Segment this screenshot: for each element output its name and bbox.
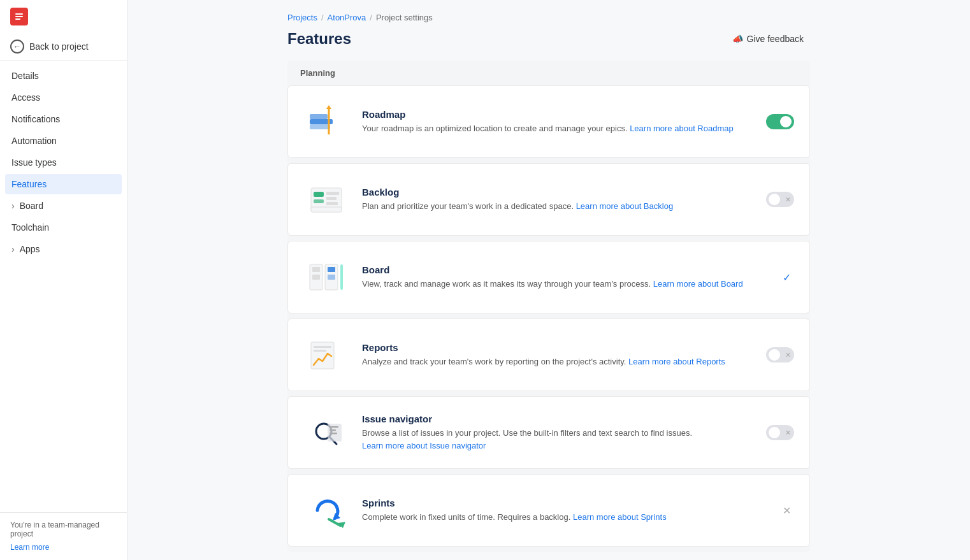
sidebar-item-access[interactable]: Access bbox=[5, 87, 122, 108]
sidebar-nav: Details Access Notifications Automation … bbox=[0, 66, 127, 512]
feature-card-roadmap: Roadmap Your roadmap is an optimized loc… bbox=[287, 85, 810, 158]
sidebar-item-automation-label: Automation bbox=[11, 136, 57, 146]
roadmap-toggle[interactable]: ✓ bbox=[766, 114, 794, 129]
issue-navigator-toggle[interactable]: ✕ bbox=[766, 425, 794, 440]
toggle-knob bbox=[769, 194, 780, 205]
breadcrumb: Projects / AtonProva / Project settings bbox=[287, 13, 810, 22]
svg-rect-20 bbox=[328, 275, 335, 280]
feature-card-sprints: Sprints Complete work in fixed units of … bbox=[287, 474, 810, 547]
back-to-project-label: Back to project bbox=[29, 41, 89, 52]
megaphone-icon: 📣 bbox=[732, 34, 743, 44]
give-feedback-button[interactable]: 📣 Give feedback bbox=[726, 30, 811, 48]
sidebar-item-issue-types[interactable]: Issue types bbox=[5, 152, 122, 173]
sidebar-footer: You're in a team-managed project Learn m… bbox=[0, 512, 127, 560]
breadcrumb-sep2: / bbox=[370, 13, 372, 22]
reports-toggle[interactable]: ✕ bbox=[766, 347, 794, 363]
svg-rect-19 bbox=[328, 267, 335, 272]
back-to-project-button[interactable]: ← Back to project bbox=[0, 33, 127, 61]
sidebar-item-details[interactable]: Details bbox=[5, 66, 122, 86]
sidebar: ← Back to project Details Access Notific… bbox=[0, 0, 127, 560]
breadcrumb-project-name[interactable]: AtonProva bbox=[328, 13, 366, 22]
toggle-check-icon: ✓ bbox=[785, 118, 791, 126]
board-title: Board bbox=[362, 264, 766, 275]
backlog-learn-more-link[interactable]: Learn more about Backlog bbox=[576, 201, 673, 211]
svg-rect-29 bbox=[329, 429, 336, 431]
backlog-toggle-area[interactable]: ✕ bbox=[766, 192, 794, 207]
svg-rect-21 bbox=[340, 264, 343, 290]
toggle-x-icon: ✕ bbox=[785, 351, 791, 359]
board-toggle-area[interactable]: ✓ bbox=[779, 269, 794, 285]
feature-card-reports: Reports Analyze and track your team's wo… bbox=[287, 319, 810, 391]
svg-rect-9 bbox=[314, 192, 324, 197]
backlog-desc: Plan and prioritize your team's work in … bbox=[362, 200, 753, 213]
svg-rect-11 bbox=[326, 192, 339, 195]
backlog-title: Backlog bbox=[362, 187, 753, 197]
sidebar-item-board[interactable]: Board bbox=[5, 196, 122, 216]
sidebar-item-apps-label: Apps bbox=[20, 244, 40, 254]
roadmap-icon bbox=[303, 99, 349, 145]
reports-desc: Analyze and track your team's work by re… bbox=[362, 355, 753, 368]
sidebar-item-features-label: Features bbox=[11, 179, 47, 189]
toggle-x-icon: ✕ bbox=[785, 429, 791, 437]
backlog-icon bbox=[303, 176, 349, 222]
toggle-knob bbox=[769, 427, 780, 438]
roadmap-learn-more-link[interactable]: Learn more about Roadmap bbox=[630, 124, 734, 133]
sidebar-learn-more-link[interactable]: Learn more bbox=[10, 543, 49, 552]
board-desc: View, track and manage work as it makes … bbox=[362, 278, 766, 291]
sidebar-item-issue-types-label: Issue types bbox=[11, 157, 57, 168]
svg-rect-28 bbox=[329, 426, 338, 428]
svg-rect-30 bbox=[329, 433, 337, 434]
board-learn-more-link[interactable]: Learn more about Board bbox=[653, 279, 743, 289]
svg-rect-23 bbox=[314, 346, 331, 348]
sprints-title: Sprints bbox=[362, 498, 766, 508]
sidebar-logo bbox=[0, 0, 127, 33]
sidebar-item-toolchain[interactable]: Toolchain bbox=[5, 217, 122, 238]
sidebar-footer-text: You're in a team-managed project bbox=[10, 521, 117, 538]
backlog-toggle[interactable]: ✕ bbox=[766, 192, 794, 207]
board-check-icon: ✓ bbox=[779, 269, 794, 285]
roadmap-content: Roadmap Your roadmap is an optimized loc… bbox=[362, 109, 753, 135]
feature-card-backlog: Backlog Plan and prioritize your team's … bbox=[287, 163, 810, 236]
sidebar-item-features[interactable]: Features bbox=[5, 174, 122, 194]
svg-rect-0 bbox=[15, 13, 23, 15]
planning-section: Planning Roadmap bbox=[287, 61, 810, 552]
sidebar-item-automation[interactable]: Automation bbox=[5, 131, 122, 151]
svg-rect-10 bbox=[314, 199, 324, 203]
sprints-content: Sprints Complete work in fixed units of … bbox=[362, 498, 766, 524]
breadcrumb-sep1: / bbox=[321, 13, 324, 22]
sprints-toggle-area[interactable]: ✕ bbox=[779, 503, 794, 518]
svg-rect-2 bbox=[15, 18, 20, 20]
board-content: Board View, track and manage work as it … bbox=[362, 264, 766, 291]
svg-rect-16 bbox=[312, 267, 320, 272]
board-icon bbox=[303, 254, 349, 300]
features-list: Roadmap Your roadmap is an optimized loc… bbox=[287, 85, 810, 547]
issue-navigator-title: Issue navigator bbox=[362, 413, 753, 424]
sidebar-item-apps[interactable]: Apps bbox=[5, 239, 122, 259]
issue-navigator-learn-more-link[interactable]: Learn more about Issue navigator bbox=[362, 441, 486, 450]
reports-toggle-area[interactable]: ✕ bbox=[766, 347, 794, 363]
app-logo-icon bbox=[10, 8, 28, 25]
toggle-x-icon: ✕ bbox=[785, 196, 791, 204]
sidebar-item-notifications[interactable]: Notifications bbox=[5, 109, 122, 129]
planning-section-header: Planning bbox=[287, 61, 810, 85]
svg-rect-5 bbox=[310, 124, 330, 129]
svg-rect-24 bbox=[314, 350, 326, 352]
page-header: Features 📣 Give feedback bbox=[287, 30, 810, 48]
breadcrumb-projects[interactable]: Projects bbox=[287, 13, 317, 22]
roadmap-toggle-area[interactable]: ✓ bbox=[766, 114, 794, 129]
reports-content: Reports Analyze and track your team's wo… bbox=[362, 342, 753, 368]
issue-navigator-toggle-area[interactable]: ✕ bbox=[766, 425, 794, 440]
svg-line-32 bbox=[329, 519, 340, 526]
sidebar-item-toolchain-label: Toolchain bbox=[11, 222, 49, 233]
sidebar-item-details-label: Details bbox=[11, 71, 39, 81]
svg-rect-14 bbox=[311, 207, 342, 212]
sprints-learn-more-link[interactable]: Learn more about Sprints bbox=[573, 512, 667, 522]
reports-learn-more-link[interactable]: Learn more about Reports bbox=[628, 357, 725, 366]
svg-rect-17 bbox=[312, 275, 320, 280]
issue-navigator-desc: Browse a list of issues in your project.… bbox=[362, 427, 753, 452]
svg-rect-4 bbox=[310, 114, 328, 119]
feature-card-issue-navigator: Issue navigator Browse a list of issues … bbox=[287, 396, 810, 469]
back-arrow-icon: ← bbox=[10, 39, 24, 54]
sidebar-item-board-label: Board bbox=[20, 201, 43, 211]
roadmap-desc: Your roadmap is an optimized location to… bbox=[362, 122, 753, 135]
